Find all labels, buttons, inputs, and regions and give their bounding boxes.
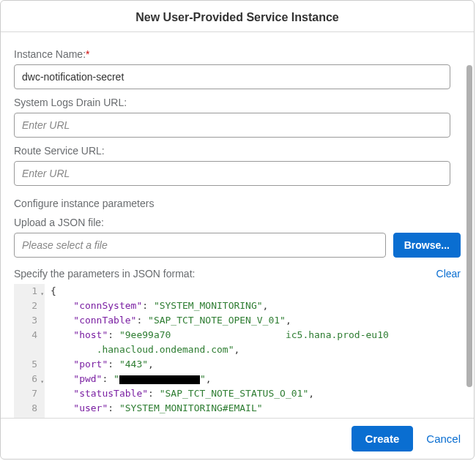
code-content[interactable]: { — [45, 284, 56, 299]
code-line[interactable]: 3 "connTable": "SAP_TCT_NOTE_OPEN_V_01", — [14, 313, 450, 328]
scrollbar[interactable] — [466, 65, 472, 394]
clear-link[interactable]: Clear — [436, 268, 461, 280]
syslog-label: System Logs Drain URL: — [14, 97, 461, 108]
line-number: 1 — [14, 284, 45, 299]
route-url-input[interactable] — [14, 161, 450, 186]
code-content[interactable]: "pwd": "", — [45, 372, 212, 386]
upload-file-input[interactable] — [14, 233, 386, 258]
required-asterisk: * — [86, 48, 89, 60]
dialog-new-service-instance: New User-Provided Service Instance Insta… — [0, 0, 475, 460]
upload-label: Upload a JSON file: — [14, 217, 461, 228]
syslog-input[interactable] — [14, 113, 450, 138]
line-number: 5 — [14, 357, 45, 372]
json-format-label: Specify the parameters in JSON format: — [14, 268, 195, 280]
instance-name-label: Instance Name:* — [14, 48, 461, 60]
line-number: 4 — [14, 328, 45, 342]
dialog-title: New User-Provided Service Instance — [1, 1, 474, 32]
scrollbar-thumb[interactable] — [466, 65, 472, 387]
code-line[interactable]: 6 "pwd": "", — [14, 372, 450, 386]
configure-params-text: Configure instance parameters — [14, 198, 461, 209]
line-number — [14, 342, 45, 357]
code-content[interactable]: "port": "443", — [45, 357, 154, 372]
line-number: 3 — [14, 313, 45, 328]
cancel-link[interactable]: Cancel — [426, 432, 461, 445]
code-line[interactable]: 9} — [14, 416, 450, 418]
code-line[interactable]: 4 "host": "9ee99a70 ic5.hana.prod-eu10 — [14, 328, 450, 342]
route-label: Route Service URL: — [14, 145, 461, 157]
code-line[interactable]: 7 "statusTable": "SAP_TCT_NOTE_STATUS_O_… — [14, 386, 450, 401]
create-button[interactable]: Create — [352, 426, 414, 451]
dialog-footer: Create Cancel — [1, 418, 474, 459]
line-number: 8 — [14, 401, 45, 416]
line-number: 7 — [14, 386, 45, 401]
line-number: 2 — [14, 299, 45, 313]
code-content[interactable]: "host": "9ee99a70 ic5.hana.prod-eu10 — [45, 328, 389, 342]
code-content[interactable]: "connTable": "SAP_TCT_NOTE_OPEN_V_01", — [45, 313, 291, 328]
code-content[interactable]: "connSystem": "SYSTEM_MONITORING", — [45, 299, 268, 313]
code-line[interactable]: 1{ — [14, 284, 450, 299]
code-content[interactable]: } — [45, 416, 56, 418]
code-content[interactable]: "statusTable": "SAP_TCT_NOTE_STATUS_O_01… — [45, 386, 314, 401]
redacted-text — [119, 375, 200, 384]
code-line[interactable]: 8 "user": "SYSTEM_MONITORING#EMAIL" — [14, 401, 450, 416]
code-line[interactable]: 2 "connSystem": "SYSTEM_MONITORING", — [14, 299, 450, 313]
line-number: 6 — [14, 372, 45, 386]
json-editor[interactable]: 1{2 "connSystem": "SYSTEM_MONITORING",3 … — [14, 284, 450, 418]
browse-button[interactable]: Browse... — [393, 233, 461, 258]
instance-name-input[interactable] — [14, 64, 450, 89]
code-content[interactable]: "user": "SYSTEM_MONITORING#EMAIL" — [45, 401, 263, 416]
dialog-body: Instance Name:* System Logs Drain URL: R… — [1, 32, 474, 418]
code-line[interactable]: .hanacloud.ondemand.com", — [14, 342, 450, 357]
code-content[interactable]: .hanacloud.ondemand.com", — [45, 342, 239, 357]
line-number: 9 — [14, 416, 45, 418]
code-line[interactable]: 5 "port": "443", — [14, 357, 450, 372]
